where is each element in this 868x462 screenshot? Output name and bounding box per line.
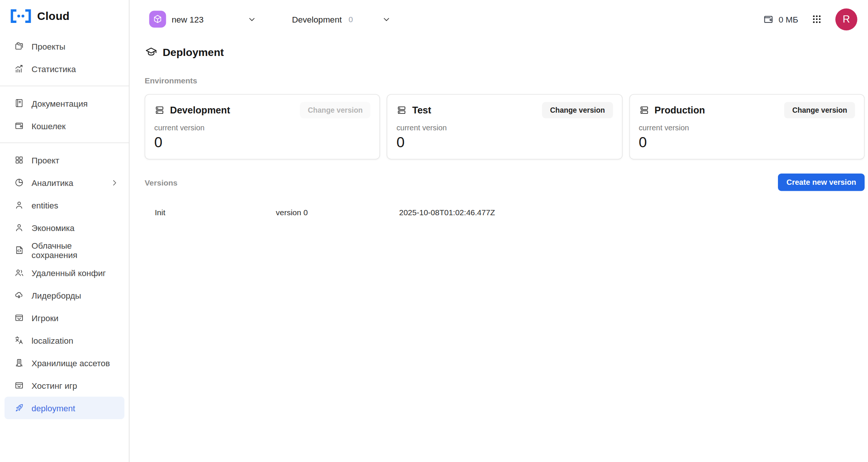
current-version-value: 0: [639, 134, 855, 151]
topbar-right: 0 МБ R: [763, 8, 865, 30]
page-title-row: Deployment: [145, 46, 865, 59]
current-version-value: 0: [154, 134, 370, 151]
environment-card-test: Test Change version current version 0: [387, 94, 622, 160]
environment-card-production: Production Change version current versio…: [629, 94, 864, 160]
sidebar-item-label: Удаленный конфиг: [32, 268, 106, 278]
sidebar-item-deployment[interactable]: deployment: [5, 397, 125, 419]
wallet-icon: [14, 121, 24, 131]
sidebar-item-cloud-saves[interactable]: Облачные сохранения: [5, 239, 125, 261]
version-row-version: version 0: [276, 208, 399, 217]
sidebar-item-wallet[interactable]: Кошелек: [5, 115, 125, 137]
people-icon: [14, 268, 24, 278]
avatar-initial: R: [843, 13, 850, 25]
main-area: new 123 Development 0 0 МБ: [129, 0, 868, 462]
translate-icon: [14, 335, 24, 346]
asset-storage-icon: [14, 358, 24, 368]
chevron-down-icon: [248, 15, 256, 24]
sidebar-item-label: Облачные сохранения: [32, 241, 119, 260]
change-version-button[interactable]: Change version: [542, 102, 613, 119]
sidebar-item-label: Хостинг игр: [32, 380, 77, 390]
version-row[interactable]: Init version 0 2025-10-08T01:02:46.477Z: [145, 202, 865, 223]
environment-name: Development: [292, 14, 342, 24]
sidebar-item-economy[interactable]: Экономика: [5, 216, 125, 239]
apps-grid-button[interactable]: [812, 14, 822, 24]
sidebar-item-statistics[interactable]: Статистика: [5, 57, 125, 80]
server-stack-icon: [639, 105, 650, 116]
sidebar-item-label: deployment: [32, 403, 75, 413]
environment-selector[interactable]: Development 0: [292, 14, 391, 24]
app-window: Cloud Проекты Статистика: [0, 0, 868, 462]
sidebar-item-documentation[interactable]: Документация: [5, 92, 125, 115]
sidebar-item-game-hosting[interactable]: Хостинг игр: [5, 374, 125, 397]
environment-card-development: Development Change version current versi…: [145, 94, 380, 160]
card-title: Development: [170, 104, 230, 116]
envelope-icon: [14, 313, 24, 323]
environment-cards: Development Change version current versi…: [145, 94, 865, 160]
sidebar: Cloud Проекты Статистика: [0, 0, 129, 462]
logo-text: Cloud: [37, 10, 69, 23]
sidebar-item-label: Лидерборды: [32, 290, 81, 300]
page-title: Deployment: [163, 46, 224, 58]
sidebar-nav: Проекты Статистика Документация: [0, 35, 129, 419]
current-version-label: current version: [154, 124, 370, 132]
storage-usage[interactable]: 0 МБ: [763, 14, 798, 25]
sidebar-item-label: localization: [32, 335, 73, 345]
code-file-icon: [14, 245, 24, 255]
envelope-icon: [14, 380, 24, 391]
sidebar-item-projects[interactable]: Проекты: [5, 35, 125, 57]
current-version-label: current version: [639, 124, 855, 132]
statistics-chart-icon: [14, 64, 24, 74]
storage-label: 0 МБ: [779, 14, 798, 24]
sidebar-item-asset-storage[interactable]: Хранилище ассетов: [5, 352, 125, 374]
sidebar-item-players[interactable]: Игроки: [5, 306, 125, 329]
sidebar-item-label: Проект: [32, 155, 59, 165]
current-version-value: 0: [396, 134, 612, 151]
sidebar-item-analytics[interactable]: Аналитика: [5, 171, 125, 194]
sidebar-item-label: Игроки: [32, 313, 59, 323]
sidebar-item-label: entities: [32, 200, 58, 210]
projects-folders-icon: [14, 41, 24, 51]
versions-header: Versions Create new version: [145, 174, 865, 191]
sidebar-item-localization[interactable]: localization: [5, 329, 125, 352]
environments-section-label: Environments: [145, 76, 865, 85]
project-icon: [149, 11, 166, 28]
version-row-timestamp: 2025-10-08T01:02:46.477Z: [399, 208, 865, 217]
rocket-icon: [14, 403, 24, 413]
sidebar-divider: [0, 143, 129, 143]
cloud-logo-icon: [10, 9, 32, 24]
user-avatar[interactable]: R: [835, 8, 857, 30]
sidebar-item-project[interactable]: Проект: [5, 149, 125, 171]
project-selector[interactable]: new 123: [145, 11, 256, 28]
chevron-right-icon: [110, 178, 119, 187]
create-new-version-button[interactable]: Create new version: [778, 174, 865, 191]
topbar: new 123 Development 0 0 МБ: [145, 0, 865, 38]
versions-section-label: Versions: [145, 178, 178, 187]
sidebar-item-remote-config[interactable]: Удаленный конфиг: [5, 261, 125, 284]
card-title: Production: [654, 104, 705, 116]
graduation-cap-icon: [145, 46, 158, 59]
cube-icon: [153, 14, 163, 24]
sidebar-item-label: Документация: [32, 98, 88, 108]
card-title: Test: [412, 104, 431, 116]
cloud-gear-icon: [14, 290, 24, 300]
sidebar-divider: [0, 86, 129, 86]
chevron-down-icon: [382, 15, 391, 24]
sidebar-item-leaderboards[interactable]: Лидерборды: [5, 284, 125, 306]
change-version-button[interactable]: Change version: [784, 102, 855, 119]
documentation-book-icon: [14, 98, 24, 108]
grid-dots-icon: [812, 14, 822, 24]
sidebar-item-label: Проекты: [32, 41, 65, 51]
sidebar-item-label: Аналитика: [32, 178, 73, 187]
project-grid-icon: [14, 155, 24, 165]
sidebar-item-label: Кошелек: [32, 121, 66, 131]
person-icon: [14, 200, 24, 210]
sidebar-item-label: Экономика: [32, 223, 75, 233]
environment-version-count: 0: [349, 15, 353, 24]
sidebar-item-label: Хранилище ассетов: [32, 358, 110, 368]
change-version-button: Change version: [300, 102, 370, 119]
wallet-icon: [763, 14, 774, 25]
project-name: new 123: [172, 14, 204, 24]
person-icon: [14, 223, 24, 233]
sidebar-item-entities[interactable]: entities: [5, 194, 125, 216]
cloud-logo[interactable]: Cloud: [0, 0, 129, 24]
